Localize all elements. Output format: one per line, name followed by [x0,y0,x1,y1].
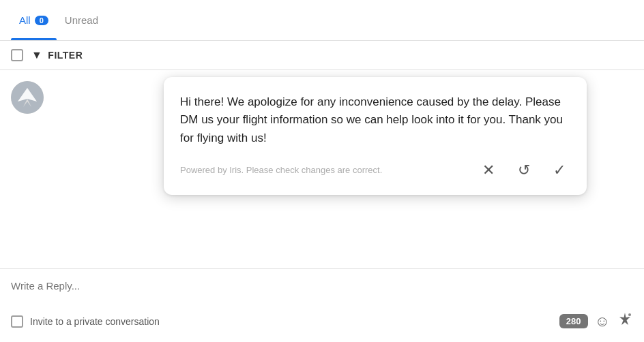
invite-checkbox[interactable] [11,315,23,328]
avatar [11,81,44,114]
tab-all-label: All [19,14,31,26]
filter-label: FILTER [48,50,83,61]
confirm-button[interactable]: ✓ [548,159,570,181]
dismiss-icon: ✕ [482,161,495,179]
reply-input[interactable] [11,277,633,302]
confirm-icon: ✓ [553,161,566,179]
refresh-button[interactable]: ↺ [513,159,535,181]
content-area: Hi there! We apologize for any inconveni… [0,70,644,342]
main-container: All 0 Unread ▼ FILTER [0,0,644,342]
tab-all-badge: 0 [35,16,48,25]
invite-label: Invite to a private conversation [30,316,160,327]
suggestion-popup: Hi there! We apologize for any inconveni… [164,77,587,195]
filter-button[interactable]: ▼ FILTER [31,49,83,61]
tabs-bar: All 0 Unread [0,0,644,41]
popup-main-text: Hi there! We apologize for any inconveni… [180,93,570,147]
filter-bar: ▼ FILTER [0,41,644,70]
filter-icon: ▼ [31,49,42,61]
char-count-badge: 280 [559,314,588,328]
reply-footer: Invite to a private conversation 280 ☺ [11,311,633,331]
svg-point-3 [628,313,631,316]
tab-unread[interactable]: Unread [57,0,106,40]
emoji-button[interactable]: ☺ [595,313,610,330]
tab-unread-label: Unread [65,14,98,26]
reply-footer-right: 280 ☺ [559,311,633,331]
popup-powered-text: Powered by Iris. Please check changes ar… [180,164,382,176]
dismiss-button[interactable]: ✕ [478,159,499,181]
reply-area: Invite to a private conversation 280 ☺ [0,268,644,342]
magic-button[interactable] [617,311,633,331]
refresh-icon: ↺ [518,161,530,179]
popup-actions: ✕ ↺ ✓ [478,159,570,181]
select-all-checkbox[interactable] [11,49,23,61]
tab-all[interactable]: All 0 [11,0,57,40]
popup-footer: Powered by Iris. Please check changes ar… [180,159,570,181]
reply-footer-left: Invite to a private conversation [11,315,160,328]
